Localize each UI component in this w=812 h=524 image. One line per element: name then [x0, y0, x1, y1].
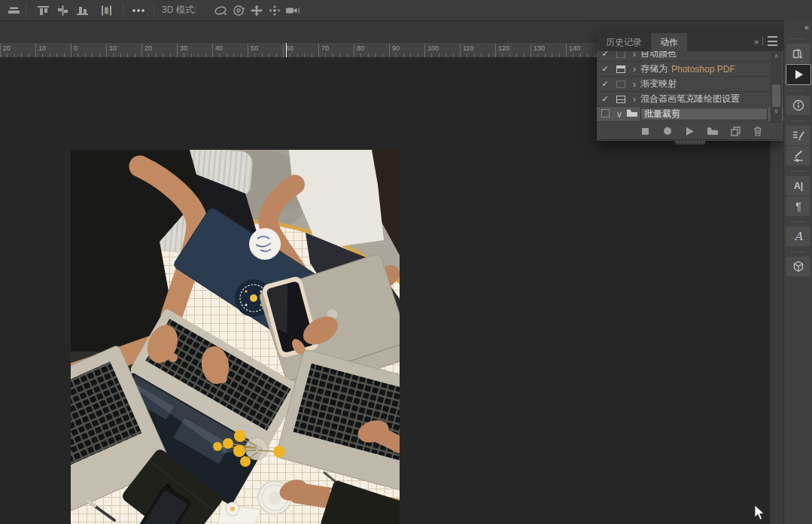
ruler-label: 70 — [318, 44, 329, 56]
action-name: 渐变映射 — [640, 78, 677, 90]
distribute-horizontal-centers-icon[interactable] — [99, 4, 114, 17]
ruler-label: 20 — [141, 44, 152, 56]
document-canvas-image[interactable] — [71, 150, 400, 524]
align-horizontal-centers-icon[interactable] — [6, 4, 21, 17]
3d-panel-icon[interactable] — [786, 257, 810, 276]
divider — [154, 4, 154, 17]
expand-icon[interactable]: › — [628, 64, 640, 75]
ruler-label: 100 — [424, 44, 439, 56]
action-set-row-selected[interactable]: ∨ 批量裁剪 — [597, 107, 783, 122]
action-value: Photoshop PDF — [671, 64, 735, 75]
action-row[interactable]: ✓ › 渐变映射 — [597, 77, 783, 92]
align-bottom-edges-icon[interactable] — [75, 4, 90, 17]
ruler-label: 110 — [460, 44, 473, 56]
ruler-label: 90 — [389, 44, 400, 56]
scrollbar-thumb[interactable] — [772, 84, 780, 107]
align-top-edges-icon[interactable] — [35, 4, 50, 17]
ruler-cursor-marker — [286, 43, 287, 57]
dock-grip[interactable] — [784, 34, 812, 43]
dock-grip[interactable] — [784, 217, 812, 226]
expand-icon[interactable]: › — [628, 94, 640, 105]
panel-scrollbar[interactable]: ∧ ∨ — [771, 51, 782, 123]
panel-collapse-icon[interactable]: » — [754, 37, 758, 46]
mouse-cursor — [754, 504, 765, 524]
ruler-label: 10 — [106, 44, 117, 56]
panel-tab-bar: 历史记录 动作 » — [597, 30, 783, 51]
more-options-icon[interactable] — [131, 4, 146, 17]
new-action-button[interactable] — [729, 126, 741, 136]
expand-icon[interactable]: › — [628, 51, 640, 59]
ruler-label: 10 — [35, 44, 46, 56]
actions-list: ✓ › 自动颜色 ✓ › 存储为 Photoshop PDF ✓ › 渐变映射 … — [597, 51, 783, 123]
character-panel-icon[interactable]: A| — [786, 176, 810, 196]
scroll-up-icon[interactable]: ∧ — [771, 53, 782, 59]
ruler-label: 0 — [71, 44, 78, 56]
ruler-label: 140 — [566, 44, 580, 56]
dock-grip[interactable] — [784, 116, 812, 125]
3d-orbit-icon[interactable] — [213, 4, 228, 17]
action-name: 混合器画笔克隆绘图设置 — [640, 93, 740, 105]
brush-settings-panel-icon[interactable] — [786, 126, 810, 145]
actions-panel-icon[interactable] — [786, 64, 811, 85]
dock-grip[interactable] — [784, 86, 812, 95]
3d-roll-icon[interactable] — [231, 4, 246, 17]
ruler-label: 120 — [495, 44, 509, 56]
ruler-label: 40 — [212, 44, 223, 56]
paragraph-panel-icon[interactable]: ¶ — [786, 196, 810, 216]
dock-collapse-icon[interactable]: « — [784, 20, 812, 34]
check-icon[interactable]: ✓ — [597, 51, 613, 59]
divider — [123, 4, 123, 17]
scroll-down-icon[interactable]: ∨ — [771, 108, 782, 114]
3d-mode-label: 3D 模式: — [162, 4, 196, 17]
tab-actions[interactable]: 动作 — [651, 33, 687, 51]
tab-history[interactable]: 历史记录 — [597, 33, 651, 51]
photoshop-window: 3D 模式: 20 10 0 10 20 30 40 50 60 70 80 9… — [0, 0, 812, 524]
dialog-toggle-icon — [616, 96, 625, 103]
glyphs-panel-icon[interactable]: A — [786, 227, 810, 246]
delete-trash-button[interactable] — [752, 126, 764, 136]
dock-grip[interactable] — [784, 247, 812, 256]
action-name: 自动颜色 — [640, 51, 677, 60]
folder-icon — [626, 108, 638, 120]
options-bar: 3D 模式: — [0, 0, 812, 21]
divider — [26, 4, 26, 17]
action-name: 存储为 — [640, 62, 668, 75]
dialog-toggle-icon — [616, 66, 625, 73]
ruler-label: 130 — [531, 44, 545, 56]
action-set-name-field[interactable]: 批量裁剪 — [640, 108, 768, 120]
dialog-toggle-icon — [616, 51, 625, 58]
ruler-label: 80 — [354, 44, 364, 56]
divider — [762, 37, 763, 45]
info-panel-icon[interactable] — [786, 96, 810, 115]
checkbox-empty — [601, 109, 610, 117]
dock-grip[interactable] — [784, 166, 812, 175]
action-row[interactable]: ✓ › 自动颜色 — [597, 51, 783, 62]
action-row[interactable]: ✓ › 混合器画笔克隆绘图设置 — [597, 92, 783, 107]
ruler-label: 20 — [0, 44, 11, 56]
check-icon[interactable]: ✓ — [597, 94, 613, 104]
align-vertical-centers-icon[interactable] — [55, 4, 70, 17]
new-set-folder-button[interactable] — [707, 126, 719, 136]
ruler-label: 50 — [248, 44, 258, 56]
actions-panel: 历史记录 动作 » ✓ › 自动颜色 ✓ › 存储为 Photoshop PDF — [597, 30, 783, 141]
3d-camera-audio-icon[interactable] — [285, 4, 300, 17]
check-icon[interactable]: ✓ — [597, 64, 613, 74]
ruler-label: 30 — [177, 44, 187, 56]
panel-resize-grip[interactable] — [597, 139, 783, 145]
3d-slide-icon[interactable] — [267, 4, 282, 17]
panel-button-bar — [597, 123, 783, 139]
ruler-label: 60 — [283, 44, 293, 56]
check-icon[interactable]: ✓ — [597, 79, 613, 89]
history-panel-icon[interactable] — [786, 44, 810, 63]
record-button[interactable] — [661, 126, 674, 136]
panel-dock: « A| ¶ A — [783, 20, 812, 524]
3d-pan-icon[interactable] — [249, 4, 264, 17]
panel-menu-icon[interactable] — [768, 36, 777, 46]
stop-button[interactable] — [639, 126, 651, 136]
brushes-panel-icon[interactable] — [786, 146, 810, 166]
play-button[interactable] — [684, 126, 696, 136]
dialog-toggle-icon — [616, 81, 625, 88]
action-row[interactable]: ✓ › 存储为 Photoshop PDF — [597, 62, 783, 77]
expand-icon[interactable]: › — [628, 79, 640, 90]
collapse-icon[interactable]: ∨ — [613, 109, 625, 120]
